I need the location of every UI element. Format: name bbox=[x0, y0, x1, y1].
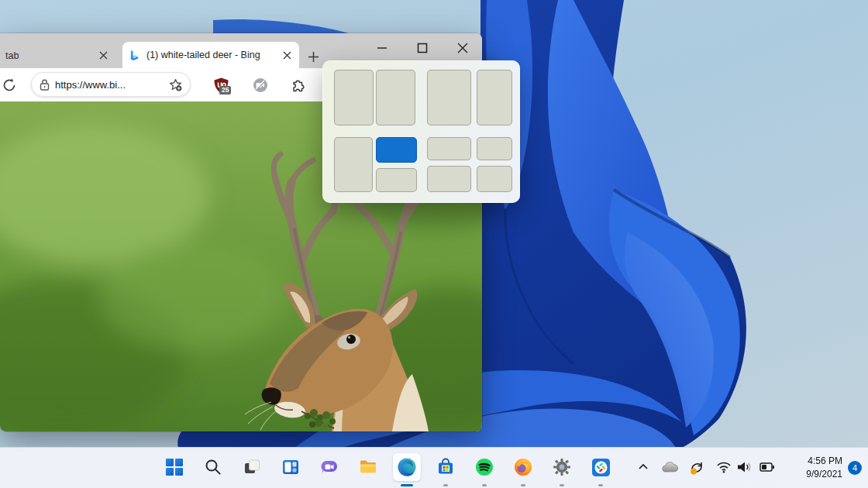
ublock-extension-icon[interactable]: 25 bbox=[214, 77, 231, 95]
snap-cell[interactable] bbox=[477, 70, 512, 125]
snap-cell[interactable] bbox=[477, 166, 512, 192]
spotify-icon bbox=[475, 458, 494, 476]
store-icon bbox=[436, 458, 455, 476]
chat-icon bbox=[320, 458, 339, 476]
camera-blocked-icon[interactable] bbox=[253, 77, 270, 95]
widgets-icon bbox=[281, 458, 300, 476]
running-indicator bbox=[560, 484, 564, 486]
snap-layout-quad-grid bbox=[427, 137, 512, 192]
new-tab-button[interactable] bbox=[305, 48, 322, 65]
background-tab[interactable]: tab bbox=[0, 43, 116, 68]
snap-cell[interactable] bbox=[427, 70, 471, 125]
slack-icon bbox=[591, 458, 611, 477]
search-icon bbox=[204, 458, 222, 476]
active-tab[interactable]: (1) white-tailed deer - Bing bbox=[122, 42, 299, 68]
slack-button[interactable] bbox=[581, 448, 620, 488]
bing-favicon bbox=[129, 50, 140, 61]
chat-button[interactable] bbox=[310, 448, 349, 488]
ublock-badge-count: 25 bbox=[219, 86, 231, 95]
notification-count-badge[interactable]: 4 bbox=[848, 461, 862, 475]
notification-count: 4 bbox=[852, 463, 857, 473]
address-bar[interactable]: https://www.bi... bbox=[31, 72, 191, 97]
running-indicator bbox=[521, 484, 525, 486]
snap-cell[interactable] bbox=[427, 166, 471, 192]
snap-layout-wide-left bbox=[427, 70, 512, 125]
running-indicator bbox=[482, 484, 487, 486]
file-explorer-icon bbox=[359, 458, 377, 476]
clock-time: 4:56 PM bbox=[777, 455, 842, 468]
store-button[interactable] bbox=[426, 448, 465, 488]
start-button[interactable] bbox=[155, 448, 194, 488]
snap-cell[interactable] bbox=[427, 137, 471, 160]
tab-close-icon[interactable] bbox=[281, 49, 293, 61]
snap-layout-left-half-right-stacked bbox=[334, 137, 417, 192]
tray-chevron-up-icon[interactable] bbox=[637, 461, 649, 476]
tab-close-icon[interactable] bbox=[97, 50, 109, 62]
edge-icon bbox=[397, 457, 417, 477]
task-view-button[interactable] bbox=[232, 448, 271, 488]
onedrive-cloud-icon[interactable] bbox=[660, 460, 679, 477]
firefox-icon bbox=[514, 458, 532, 476]
extensions-puzzle-icon[interactable] bbox=[291, 77, 308, 95]
minimize-button[interactable] bbox=[372, 38, 392, 58]
snap-cell-highlighted[interactable] bbox=[376, 137, 417, 163]
background-tab-label: tab bbox=[5, 50, 19, 61]
file-explorer-button[interactable] bbox=[349, 448, 388, 488]
url-text: https://www.bi... bbox=[55, 79, 164, 91]
snap-cell[interactable] bbox=[334, 70, 374, 125]
battery-icon[interactable] bbox=[760, 462, 775, 476]
edge-active-indicator bbox=[401, 484, 413, 486]
widgets-button[interactable] bbox=[271, 448, 310, 488]
spotify-button[interactable] bbox=[465, 448, 504, 488]
taskbar-clock[interactable]: 4:56 PM 9/9/2021 bbox=[777, 455, 842, 481]
task-view-icon bbox=[243, 458, 261, 476]
snap-layout-two-equal-columns bbox=[334, 70, 415, 125]
wifi-icon[interactable] bbox=[716, 461, 732, 476]
active-tab-title: (1) white-tailed deer - Bing bbox=[146, 50, 281, 60]
windows-logo-icon bbox=[165, 458, 184, 476]
search-button[interactable] bbox=[194, 448, 232, 488]
add-favorite-star-icon[interactable] bbox=[169, 78, 182, 91]
gear-icon bbox=[553, 458, 571, 476]
clock-date: 9/9/2021 bbox=[777, 468, 842, 481]
snap-layouts-flyout bbox=[322, 60, 520, 203]
running-indicator bbox=[598, 484, 603, 486]
snap-cell[interactable] bbox=[376, 168, 417, 192]
edge-button[interactable] bbox=[388, 448, 426, 488]
maximize-button[interactable] bbox=[412, 38, 432, 58]
refresh-icon[interactable] bbox=[2, 77, 17, 93]
snap-cell[interactable] bbox=[376, 70, 415, 125]
running-indicator bbox=[443, 484, 448, 486]
snap-cell[interactable] bbox=[477, 137, 512, 160]
snap-cell[interactable] bbox=[334, 137, 373, 192]
taskbar: 4:56 PM 9/9/2021 4 bbox=[0, 447, 868, 488]
settings-button[interactable] bbox=[542, 448, 581, 488]
close-button[interactable] bbox=[453, 38, 473, 58]
volume-icon[interactable] bbox=[736, 460, 753, 477]
firefox-button[interactable] bbox=[504, 448, 542, 488]
lock-icon bbox=[40, 79, 50, 91]
update-sync-icon[interactable] bbox=[688, 459, 705, 479]
